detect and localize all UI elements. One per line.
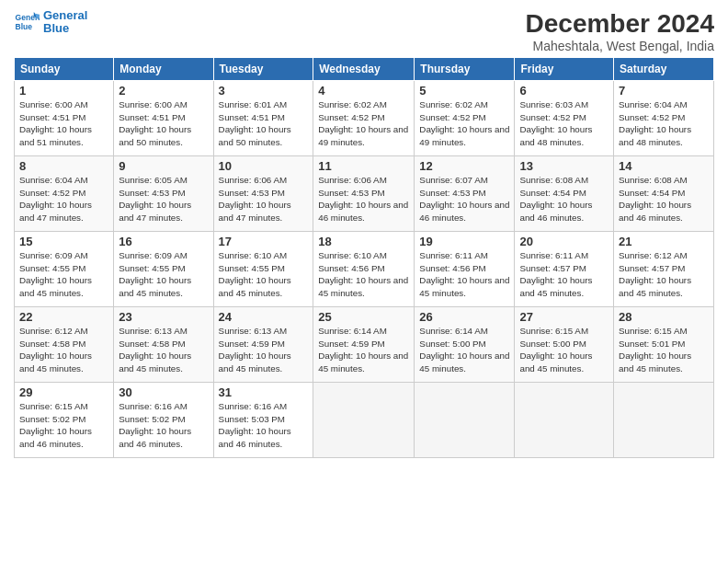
day-info: Sunrise: 6:07 AMSunset: 4:53 PMDaylight:… xyxy=(419,174,509,224)
calendar-cell: 15Sunrise: 6:09 AMSunset: 4:55 PMDayligh… xyxy=(15,232,114,307)
day-info: Sunrise: 6:04 AMSunset: 4:52 PMDaylight:… xyxy=(19,174,108,224)
calendar-cell: 6Sunrise: 6:03 AMSunset: 4:52 PMDaylight… xyxy=(515,81,614,156)
day-number: 2 xyxy=(119,84,208,98)
logo-icon: General Blue xyxy=(14,9,40,35)
page-subtitle: Maheshtala, West Bengal, India xyxy=(526,39,714,53)
day-number: 14 xyxy=(619,159,709,173)
day-number: 4 xyxy=(318,84,409,98)
day-number: 11 xyxy=(318,159,409,173)
day-number: 8 xyxy=(19,159,108,173)
calendar-container: General Blue General Blue December 2024 … xyxy=(0,0,728,467)
day-number: 27 xyxy=(519,310,609,324)
calendar-header-thursday: Thursday xyxy=(415,58,515,81)
day-info: Sunrise: 6:16 AMSunset: 5:02 PMDaylight:… xyxy=(119,400,208,451)
day-number: 17 xyxy=(219,235,309,248)
day-info: Sunrise: 6:15 AMSunset: 5:02 PMDaylight:… xyxy=(19,400,108,451)
day-number: 21 xyxy=(619,235,709,248)
calendar-cell xyxy=(515,383,614,458)
calendar-week-row: 1Sunrise: 6:00 AMSunset: 4:51 PMDaylight… xyxy=(15,81,714,156)
calendar-cell: 10Sunrise: 6:06 AMSunset: 4:53 PMDayligh… xyxy=(213,156,313,232)
day-number: 26 xyxy=(419,310,509,324)
calendar-cell: 25Sunrise: 6:14 AMSunset: 4:59 PMDayligh… xyxy=(313,307,415,383)
calendar-cell: 1Sunrise: 6:00 AMSunset: 4:51 PMDaylight… xyxy=(15,81,114,156)
calendar-header-sunday: Sunday xyxy=(15,58,114,81)
calendar-header-saturday: Saturday xyxy=(614,58,714,81)
day-info: Sunrise: 6:15 AMSunset: 5:01 PMDaylight:… xyxy=(619,325,709,375)
calendar-header-wednesday: Wednesday xyxy=(313,58,415,81)
calendar-cell: 21Sunrise: 6:12 AMSunset: 4:57 PMDayligh… xyxy=(614,232,714,307)
day-info: Sunrise: 6:01 AMSunset: 4:51 PMDaylight:… xyxy=(219,98,309,149)
day-number: 25 xyxy=(318,310,409,324)
day-info: Sunrise: 6:10 AMSunset: 4:56 PMDaylight:… xyxy=(318,249,409,300)
day-info: Sunrise: 6:12 AMSunset: 4:58 PMDaylight:… xyxy=(19,325,108,375)
calendar-cell: 4Sunrise: 6:02 AMSunset: 4:52 PMDaylight… xyxy=(313,81,415,156)
day-number: 12 xyxy=(419,159,509,173)
calendar-week-row: 22Sunrise: 6:12 AMSunset: 4:58 PMDayligh… xyxy=(15,307,714,383)
calendar-cell: 30Sunrise: 6:16 AMSunset: 5:02 PMDayligh… xyxy=(114,383,213,458)
day-info: Sunrise: 6:09 AMSunset: 4:55 PMDaylight:… xyxy=(119,249,208,300)
calendar-cell: 19Sunrise: 6:11 AMSunset: 4:56 PMDayligh… xyxy=(415,232,515,307)
calendar-cell xyxy=(313,383,415,458)
day-info: Sunrise: 6:05 AMSunset: 4:53 PMDaylight:… xyxy=(119,174,208,224)
day-number: 15 xyxy=(19,235,108,248)
day-info: Sunrise: 6:14 AMSunset: 5:00 PMDaylight:… xyxy=(419,325,509,375)
day-number: 22 xyxy=(19,310,108,324)
day-info: Sunrise: 6:16 AMSunset: 5:03 PMDaylight:… xyxy=(219,400,309,451)
calendar-cell xyxy=(415,383,515,458)
day-number: 19 xyxy=(419,235,509,248)
day-info: Sunrise: 6:11 AMSunset: 4:57 PMDaylight:… xyxy=(519,249,609,300)
day-info: Sunrise: 6:11 AMSunset: 4:56 PMDaylight:… xyxy=(419,249,509,300)
day-number: 1 xyxy=(19,84,108,98)
day-number: 13 xyxy=(519,159,609,173)
page-title: December 2024 xyxy=(526,9,714,39)
day-info: Sunrise: 6:14 AMSunset: 4:59 PMDaylight:… xyxy=(318,325,409,375)
calendar-cell: 14Sunrise: 6:08 AMSunset: 4:54 PMDayligh… xyxy=(614,156,714,232)
header: General Blue General Blue December 2024 … xyxy=(14,9,714,53)
calendar-cell: 24Sunrise: 6:13 AMSunset: 4:59 PMDayligh… xyxy=(213,307,313,383)
day-info: Sunrise: 6:03 AMSunset: 4:52 PMDaylight:… xyxy=(519,98,609,149)
day-info: Sunrise: 6:13 AMSunset: 4:58 PMDaylight:… xyxy=(119,325,208,375)
calendar-cell: 12Sunrise: 6:07 AMSunset: 4:53 PMDayligh… xyxy=(415,156,515,232)
logo: General Blue General Blue xyxy=(14,9,87,36)
calendar-cell: 7Sunrise: 6:04 AMSunset: 4:52 PMDaylight… xyxy=(614,81,714,156)
day-number: 9 xyxy=(119,159,208,173)
calendar-header-friday: Friday xyxy=(515,58,614,81)
day-number: 7 xyxy=(619,84,709,98)
day-info: Sunrise: 6:06 AMSunset: 4:53 PMDaylight:… xyxy=(318,174,409,224)
day-info: Sunrise: 6:12 AMSunset: 4:57 PMDaylight:… xyxy=(619,249,709,300)
title-area: December 2024 Maheshtala, West Bengal, I… xyxy=(526,9,714,53)
day-info: Sunrise: 6:08 AMSunset: 4:54 PMDaylight:… xyxy=(519,174,609,224)
calendar-cell: 13Sunrise: 6:08 AMSunset: 4:54 PMDayligh… xyxy=(515,156,614,232)
calendar-cell: 22Sunrise: 6:12 AMSunset: 4:58 PMDayligh… xyxy=(15,307,114,383)
calendar-cell: 2Sunrise: 6:00 AMSunset: 4:51 PMDaylight… xyxy=(114,81,213,156)
day-info: Sunrise: 6:15 AMSunset: 5:00 PMDaylight:… xyxy=(519,325,609,375)
calendar-header-monday: Monday xyxy=(114,58,213,81)
calendar-cell: 20Sunrise: 6:11 AMSunset: 4:57 PMDayligh… xyxy=(515,232,614,307)
day-number: 20 xyxy=(519,235,609,248)
calendar-cell: 11Sunrise: 6:06 AMSunset: 4:53 PMDayligh… xyxy=(313,156,415,232)
day-number: 16 xyxy=(119,235,208,248)
calendar-cell xyxy=(614,383,714,458)
day-number: 24 xyxy=(219,310,309,324)
calendar-cell: 16Sunrise: 6:09 AMSunset: 4:55 PMDayligh… xyxy=(114,232,213,307)
calendar-cell: 28Sunrise: 6:15 AMSunset: 5:01 PMDayligh… xyxy=(614,307,714,383)
calendar-week-row: 29Sunrise: 6:15 AMSunset: 5:02 PMDayligh… xyxy=(15,383,714,458)
calendar-cell: 9Sunrise: 6:05 AMSunset: 4:53 PMDaylight… xyxy=(114,156,213,232)
day-number: 29 xyxy=(19,385,108,399)
day-number: 5 xyxy=(419,84,509,98)
day-info: Sunrise: 6:08 AMSunset: 4:54 PMDaylight:… xyxy=(619,174,709,224)
day-info: Sunrise: 6:02 AMSunset: 4:52 PMDaylight:… xyxy=(419,98,509,149)
day-info: Sunrise: 6:13 AMSunset: 4:59 PMDaylight:… xyxy=(219,325,309,375)
logo-text-blue: Blue xyxy=(43,22,87,35)
calendar-cell: 31Sunrise: 6:16 AMSunset: 5:03 PMDayligh… xyxy=(213,383,313,458)
calendar-week-row: 15Sunrise: 6:09 AMSunset: 4:55 PMDayligh… xyxy=(15,232,714,307)
day-info: Sunrise: 6:10 AMSunset: 4:55 PMDaylight:… xyxy=(219,249,309,300)
day-number: 28 xyxy=(619,310,709,324)
svg-text:Blue: Blue xyxy=(16,22,33,31)
calendar-cell: 17Sunrise: 6:10 AMSunset: 4:55 PMDayligh… xyxy=(213,232,313,307)
day-number: 6 xyxy=(519,84,609,98)
day-number: 3 xyxy=(219,84,309,98)
day-number: 10 xyxy=(219,159,309,173)
day-info: Sunrise: 6:02 AMSunset: 4:52 PMDaylight:… xyxy=(318,98,409,149)
calendar-cell: 29Sunrise: 6:15 AMSunset: 5:02 PMDayligh… xyxy=(15,383,114,458)
